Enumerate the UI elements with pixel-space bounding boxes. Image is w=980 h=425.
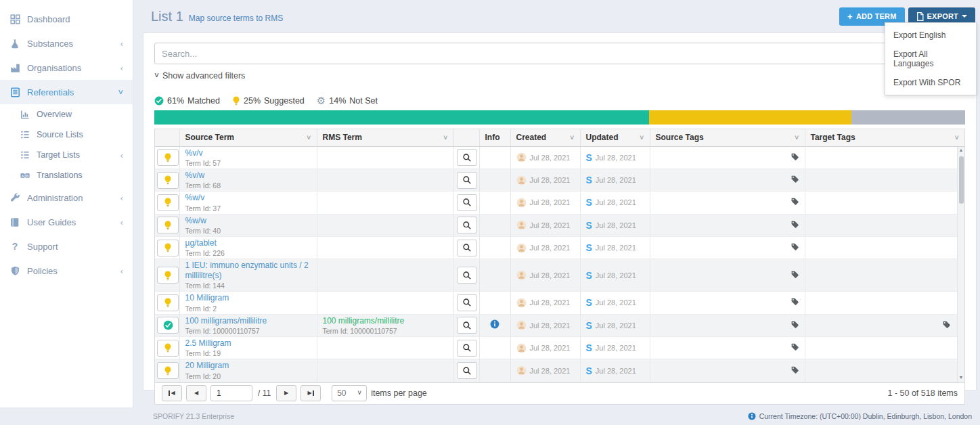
- search-icon: [462, 298, 472, 307]
- source-term-link[interactable]: 20 Milligram: [185, 361, 311, 370]
- sort-caret-icon: ˅: [795, 133, 799, 141]
- export-menu-item-export-english[interactable]: Export English: [885, 26, 976, 45]
- source-term-link[interactable]: %w/w: [185, 216, 311, 225]
- main-content: List 1Map source terms to RMS + ADD TERM…: [133, 0, 980, 407]
- sidebar-item-dashboard[interactable]: Dashboard: [0, 7, 133, 31]
- source-term-link[interactable]: %w/v: [185, 193, 311, 202]
- source-term-link[interactable]: 10 Milligram: [185, 293, 311, 303]
- status-button-matched[interactable]: [157, 317, 179, 334]
- status-button-suggested[interactable]: [157, 194, 179, 211]
- chevron-left-icon: ‹: [120, 194, 123, 202]
- source-term-link[interactable]: 1 IEU: immuno enzymatic units / 2 millil…: [185, 261, 311, 280]
- svg-text:A: A: [22, 173, 24, 177]
- column-header-source-tags[interactable]: Source Tags˅: [650, 129, 805, 146]
- suggested-percent: 25%: [244, 96, 261, 106]
- status-button-suggested[interactable]: [157, 294, 179, 311]
- info-icon[interactable]: [490, 319, 499, 329]
- sidebar-item-support[interactable]: ?Support: [0, 234, 133, 259]
- tag-icon: [942, 320, 951, 329]
- scroll-up-icon[interactable]: ▲: [959, 147, 964, 155]
- status-button-suggested[interactable]: [157, 340, 179, 357]
- scrollbar-thumb[interactable]: [959, 156, 964, 204]
- sidebar-item-source-lists[interactable]: Source Lists: [0, 125, 133, 145]
- status-button-suggested[interactable]: [157, 172, 179, 189]
- search-icon: [462, 153, 472, 162]
- status-button-suggested[interactable]: [157, 362, 179, 379]
- created-date: Jul 28, 2021: [530, 154, 571, 162]
- sidebar-item-target-lists[interactable]: Target Lists‹: [0, 145, 133, 165]
- file-icon: [916, 12, 924, 21]
- column-header-target-tags[interactable]: Target Tags˅: [805, 129, 964, 146]
- first-page-button[interactable]: ◀: [162, 385, 182, 401]
- sidebar-item-referentials[interactable]: Referentials˅: [0, 80, 133, 104]
- chevron-left-icon: ‹: [120, 218, 123, 227]
- column-label: Target Tags: [811, 133, 855, 142]
- not-set-percent: 14%: [329, 96, 346, 106]
- lookup-term-button[interactable]: [457, 149, 477, 166]
- source-term-link[interactable]: %v/v: [185, 148, 311, 158]
- sidebar-item-administration[interactable]: Administration‹: [0, 185, 133, 210]
- last-page-button[interactable]: ▶: [300, 385, 321, 401]
- source-term-id: Term Id: 2: [185, 305, 311, 313]
- source-term-link[interactable]: 100 milligrams/millilitre: [185, 316, 311, 326]
- list-icon: [20, 150, 30, 160]
- export-menu-item-export-all-languages[interactable]: Export All Languages: [885, 45, 976, 73]
- rms-term-link[interactable]: 100 milligrams/millilitre: [323, 316, 448, 326]
- lookup-term-button[interactable]: [457, 340, 477, 357]
- factory-icon: [9, 62, 20, 73]
- search-icon: [462, 343, 472, 353]
- search-input[interactable]: [154, 43, 965, 64]
- table-scrollbar[interactable]: ▲ ▼: [957, 147, 964, 382]
- advanced-filters-toggle[interactable]: ˅ Show advanced filters: [154, 71, 245, 81]
- lookup-term-button[interactable]: [457, 317, 477, 334]
- column-header-updated[interactable]: Updated˅: [580, 129, 650, 146]
- column-header-created[interactable]: Created˅: [510, 129, 580, 146]
- add-term-label: ADD TERM: [856, 12, 897, 20]
- sidebar-item-label: Dashboard: [27, 14, 123, 24]
- export-menu-item-export-with-spor[interactable]: Export With SPOR: [885, 73, 976, 92]
- status-button-suggested[interactable]: [157, 149, 179, 166]
- page-size-select[interactable]: 50 ˅: [332, 385, 367, 401]
- lookup-term-button[interactable]: [457, 362, 477, 379]
- user-avatar-icon: [516, 270, 527, 280]
- user-avatar-icon: [516, 198, 527, 208]
- column-header-source-term[interactable]: Source Term˅: [179, 129, 317, 146]
- lookup-term-button[interactable]: [457, 267, 477, 284]
- sidebar-item-policies[interactable]: Policies‹: [0, 259, 133, 283]
- lookup-term-button[interactable]: [457, 240, 477, 256]
- source-term-link[interactable]: µg/tablet: [185, 238, 311, 248]
- lookup-term-button[interactable]: [457, 172, 477, 189]
- user-avatar-icon: [516, 152, 527, 162]
- lightbulb-icon: [164, 366, 172, 376]
- source-term-link[interactable]: %v/w: [185, 171, 311, 180]
- sporify-s-icon: S: [586, 298, 592, 307]
- sidebar-item-overview[interactable]: Overview: [0, 104, 133, 125]
- scrollbar-track[interactable]: [958, 155, 964, 374]
- sidebar-nav: DashboardSubstances‹Organisations‹Refere…: [0, 7, 133, 283]
- prev-page-button[interactable]: ◀: [186, 385, 206, 401]
- source-term-link[interactable]: 2.5 Milligram: [185, 338, 311, 348]
- sort-caret-icon: ˅: [570, 133, 574, 141]
- page-number-input[interactable]: [210, 385, 252, 401]
- column-header-status: [155, 129, 179, 146]
- sidebar-item-organisations[interactable]: Organisations‹: [0, 55, 133, 80]
- sidebar-item-label: Overview: [37, 110, 123, 119]
- next-page-button[interactable]: ▶: [276, 385, 296, 401]
- scroll-down-icon[interactable]: ▼: [959, 374, 964, 382]
- sort-caret-icon: ˅: [307, 133, 311, 141]
- sidebar-item-substances[interactable]: Substances‹: [0, 31, 133, 55]
- sidebar-item-translations[interactable]: ABTranslations: [0, 165, 133, 185]
- lookup-term-button[interactable]: [457, 217, 477, 233]
- user-avatar-icon: [516, 365, 527, 376]
- lookup-term-button[interactable]: [457, 194, 477, 211]
- sidebar-item-label: Organisations: [27, 63, 114, 73]
- wrench-icon: [9, 192, 20, 203]
- status-button-suggested[interactable]: [157, 217, 179, 233]
- page: DashboardSubstances‹Organisations‹Refere…: [0, 0, 980, 407]
- column-header-rms-term[interactable]: RMS Term˅: [317, 129, 453, 146]
- lookup-term-button[interactable]: [457, 294, 477, 311]
- sidebar-item-user-guides[interactable]: User Guides‹: [0, 210, 133, 234]
- status-button-suggested[interactable]: [157, 267, 179, 284]
- status-button-suggested[interactable]: [157, 240, 179, 256]
- table-row: %v/wTerm Id: 68Jul 28, 2021SJul 28, 2021: [155, 169, 964, 191]
